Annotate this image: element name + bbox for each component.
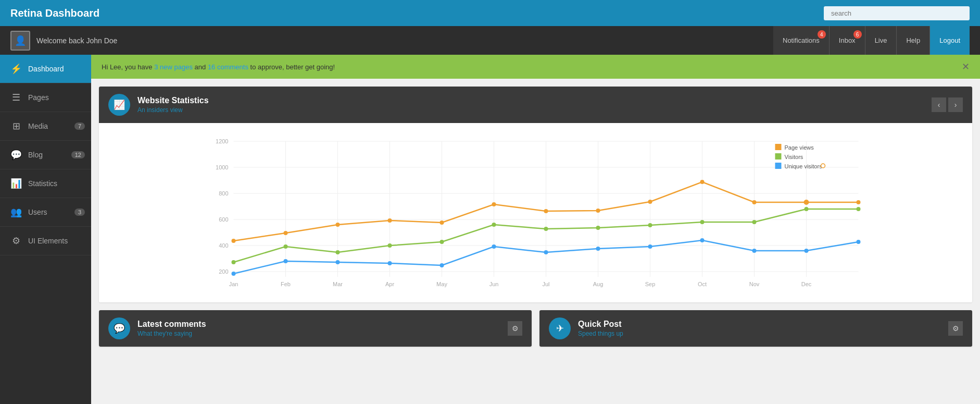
svg-point-53 (440, 263, 444, 267)
quick-post-title-block: Quick Post Speed things up (578, 320, 623, 337)
sidebar-label-pages: Pages (28, 93, 49, 102)
card-prev-button[interactable]: ‹ (932, 97, 946, 112)
stats-card-icon: 📈 (108, 94, 130, 116)
svg-point-25 (336, 223, 340, 227)
inbox-button[interactable]: Inbox 6 (830, 26, 865, 55)
svg-text:Visitors: Visitors (785, 154, 803, 160)
svg-point-80 (821, 164, 825, 168)
svg-point-52 (388, 261, 392, 265)
sidebar-label-ui-elements: UI Elements (28, 237, 68, 245)
blog-badge: 12 (71, 151, 85, 158)
stats-card-header: 📈 Website Statistics An insiders view ‹ … (99, 87, 972, 123)
quick-post-header: ✈ Quick Post Speed things up ⚙ (539, 310, 972, 347)
sidebar-label-dashboard: Dashboard (28, 65, 64, 73)
svg-point-29 (544, 209, 548, 213)
svg-point-44 (648, 223, 652, 227)
svg-text:Apr: Apr (385, 281, 394, 287)
sidebar: ⚡ Dashboard ☰ Pages ⊞ Media 7 💬 Blog 12 … (0, 55, 91, 404)
sidebar-item-dashboard[interactable]: ⚡ Dashboard (0, 55, 91, 83)
alert-pages: 3 new pages (154, 63, 193, 71)
search-box (824, 6, 970, 20)
latest-comments-title-block: Latest comments What they're saying (137, 320, 206, 337)
svg-point-43 (596, 226, 600, 230)
svg-text:200: 200 (219, 268, 228, 275)
dashboard-icon: ⚡ (10, 63, 22, 75)
main-layout: ⚡ Dashboard ☰ Pages ⊞ Media 7 💬 Blog 12 … (0, 55, 980, 404)
svg-point-40 (440, 240, 444, 244)
quick-post-card: ✈ Quick Post Speed things up ⚙ (539, 310, 972, 347)
chart-wrapper: 1200 1000 800 600 400 200 (107, 131, 964, 295)
svg-point-30 (596, 209, 600, 213)
help-button[interactable]: Help (897, 26, 930, 55)
media-icon: ⊞ (10, 120, 22, 132)
svg-text:Mar: Mar (333, 281, 343, 287)
svg-point-28 (492, 202, 496, 206)
pages-icon: ☰ (10, 92, 22, 103)
svg-rect-76 (775, 153, 782, 160)
latest-comments-card: 💬 Latest comments What they're saying ⚙ (99, 310, 532, 347)
users-icon: 👥 (10, 206, 22, 218)
sidebar-item-statistics[interactable]: 📊 Statistics (0, 169, 91, 198)
svg-rect-74 (775, 144, 782, 150)
svg-text:1200: 1200 (216, 138, 228, 144)
content: Hi Lee, you have 3 new pages and 16 comm… (91, 55, 980, 404)
svg-text:Jun: Jun (489, 281, 499, 287)
svg-text:Dec: Dec (801, 281, 812, 287)
svg-point-60 (805, 249, 809, 253)
sidebar-item-blog[interactable]: 💬 Blog 12 (0, 141, 91, 169)
alert-banner: Hi Lee, you have 3 new pages and 16 comm… (91, 55, 980, 79)
svg-text:Feb: Feb (281, 281, 291, 287)
sidebar-label-blog: Blog (28, 151, 43, 159)
alert-connector: and (195, 63, 206, 71)
welcome-text: Welcome back John Doe (36, 36, 117, 45)
alert-prefix: Hi Lee, you have (102, 63, 153, 71)
card-nav: ‹ › (932, 97, 963, 112)
card-title-block: Website Statistics An insiders view (137, 96, 209, 114)
alert-text: Hi Lee, you have 3 new pages and 16 comm… (102, 63, 335, 71)
avatar: 👤 (10, 31, 30, 51)
sidebar-item-media[interactable]: ⊞ Media 7 (0, 112, 91, 141)
quick-post-title: Quick Post (578, 320, 623, 329)
sidebar-label-media: Media (28, 122, 48, 130)
svg-text:Sep: Sep (645, 281, 656, 287)
svg-text:Unique visitors: Unique visitors (785, 163, 823, 169)
svg-text:Jul: Jul (542, 281, 549, 287)
latest-comments-settings-button[interactable]: ⚙ (508, 321, 522, 336)
svg-point-26 (388, 218, 392, 223)
svg-point-50 (284, 259, 288, 263)
svg-point-46 (752, 220, 757, 224)
sidebar-item-ui-elements[interactable]: ⚙ UI Elements (0, 227, 91, 255)
svg-point-23 (232, 239, 236, 243)
quick-post-settings-button[interactable]: ⚙ (948, 321, 963, 336)
svg-point-39 (388, 243, 392, 248)
svg-point-27 (440, 221, 444, 225)
svg-point-49 (232, 272, 236, 276)
svg-point-51 (336, 260, 340, 264)
statistics-icon: 📊 (10, 178, 22, 189)
svg-text:800: 800 (219, 190, 228, 197)
alert-close-button[interactable]: ✕ (962, 61, 970, 72)
search-input[interactable] (824, 6, 970, 20)
sidebar-item-pages[interactable]: ☰ Pages (0, 83, 91, 112)
inbox-badge: 6 (853, 30, 862, 39)
card-next-button[interactable]: › (948, 97, 963, 112)
latest-comments-icon: 💬 (108, 317, 130, 339)
svg-point-47 (805, 207, 809, 211)
chart-container: 1200 1000 800 600 400 200 (99, 123, 972, 302)
svg-point-31 (648, 200, 652, 204)
notifications-button[interactable]: Notifications 4 (773, 26, 830, 55)
svg-point-37 (284, 244, 288, 249)
svg-point-33 (752, 200, 757, 204)
sidebar-item-users[interactable]: 👥 Users 3 (0, 198, 91, 227)
sidebar-label-users: Users (28, 208, 47, 216)
alert-comments: 16 comments (208, 63, 248, 71)
latest-comments-header-left: 💬 Latest comments What they're saying (108, 317, 206, 339)
stats-card-subtitle: An insiders view (137, 106, 209, 114)
svg-point-61 (857, 240, 861, 244)
svg-point-55 (544, 250, 548, 254)
logout-button[interactable]: Logout (930, 26, 970, 55)
svg-text:Nov: Nov (749, 281, 760, 287)
alert-suffix: to approve, better get going! (250, 63, 335, 71)
live-button[interactable]: Live (865, 26, 897, 55)
logo-first: Retina (10, 7, 42, 19)
